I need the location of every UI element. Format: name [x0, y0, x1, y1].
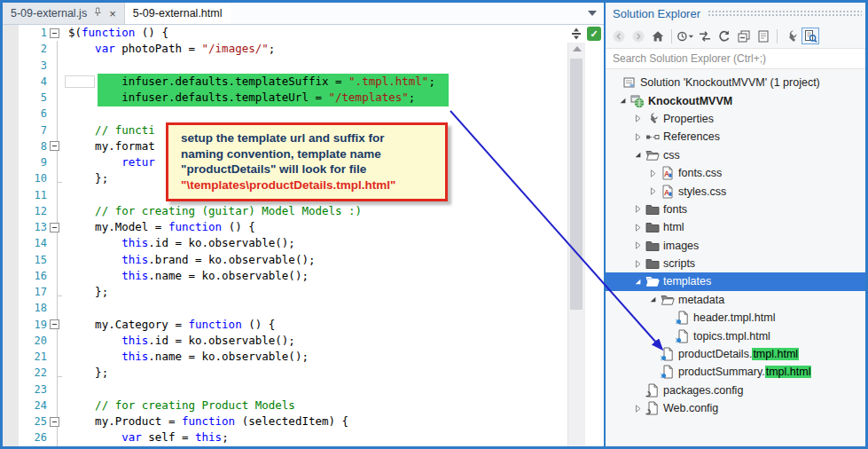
code-text: retur: [63, 154, 155, 170]
expander-collapsed-icon[interactable]: [630, 202, 645, 217]
code-line[interactable]: 16 this.name = ko.observable();: [3, 268, 604, 284]
tree-item-topics-tmpl-html[interactable]: topics.tmpl.html: [606, 327, 865, 344]
tree-item-header-tmpl-html[interactable]: header.tmpl.html: [606, 309, 865, 327]
tab-5-09-external-html[interactable]: 5-09-external.html: [125, 3, 231, 24]
tab-list-dropdown-icon[interactable]: [588, 11, 597, 16]
collapse-region-icon[interactable]: [50, 141, 59, 151]
code-line[interactable]: 26 var self = this;: [3, 429, 604, 445]
tree-item-label: Properties: [663, 113, 714, 125]
code-line[interactable]: 21 this.name = ko.observable();: [3, 349, 604, 365]
tree-item-packages-config[interactable]: packages.config: [606, 382, 865, 399]
tree-item-styles-css[interactable]: Astyles.css: [606, 182, 865, 200]
code-line[interactable]: 5 infuser.defaults.templateUrl = "/templ…: [3, 90, 604, 106]
code-line[interactable]: 22 };: [3, 365, 604, 381]
tree-item-scripts[interactable]: scripts: [606, 255, 865, 272]
expander-collapsed-icon[interactable]: [630, 112, 645, 126]
expander-collapsed-icon[interactable]: [645, 185, 660, 199]
code-line[interactable]: 1$(function () {: [3, 25, 604, 41]
search-input[interactable]: [606, 51, 855, 66]
code-text: [63, 382, 68, 398]
fold-margin: [47, 41, 63, 57]
expander-expanded-icon[interactable]: [630, 274, 645, 288]
code-lines: 1$(function () {2 var photoPath = "/imag…: [3, 25, 604, 446]
fold-margin: [47, 58, 63, 74]
sync-active-document-icon[interactable]: [696, 28, 714, 44]
tree-item-knockoutmvvm[interactable]: KnockoutMVVM: [606, 91, 865, 109]
pending-scope-icon[interactable]: [676, 28, 694, 44]
home-icon[interactable]: [649, 28, 667, 44]
refresh-icon[interactable]: [716, 28, 733, 44]
code-line[interactable]: 3: [3, 58, 604, 74]
expander-collapsed-icon[interactable]: [630, 256, 645, 271]
tree-item-web-config[interactable]: Web.config: [606, 399, 865, 417]
code-line[interactable]: 23: [3, 382, 604, 398]
solution-explorer-title-bar[interactable]: Solution Explorer: [606, 3, 865, 24]
tree-item-fonts[interactable]: fonts: [606, 201, 865, 218]
collapse-region-icon[interactable]: [50, 417, 59, 427]
code-line[interactable]: 18: [3, 300, 604, 316]
code-text: my.format: [63, 138, 155, 154]
code-line[interactable]: 12 // for creating (guitar) Model Models…: [3, 203, 604, 219]
forward-icon[interactable]: [629, 28, 647, 44]
tree-item-fonts-css[interactable]: Afonts.css: [606, 164, 865, 182]
tree-item-metadata[interactable]: metadata: [606, 291, 865, 309]
code-text: $(function () {: [63, 25, 168, 41]
tree-item-templates[interactable]: templates: [606, 272, 865, 290]
collapse-region-icon[interactable]: [50, 28, 59, 38]
expander-collapsed-icon[interactable]: [630, 130, 645, 144]
expander-collapsed-icon[interactable]: [630, 401, 645, 415]
back-icon[interactable]: [610, 28, 628, 44]
code-line[interactable]: 2 var photoPath = "/images/";: [3, 41, 604, 57]
code-line[interactable]: 19 my.Category = function () {: [3, 317, 604, 333]
code-line[interactable]: 15 this.brand = ko.observable();: [3, 252, 604, 268]
properties-pages-icon[interactable]: [755, 28, 772, 44]
code-text: infuser.defaults.templateSuffix = ".tmpl…: [63, 74, 435, 90]
expander-collapsed-icon[interactable]: [630, 239, 645, 253]
code-line[interactable]: 20 this.id = ko.observable();: [3, 333, 604, 349]
code-line[interactable]: 6: [3, 106, 604, 122]
tree-item-css[interactable]: css: [606, 146, 865, 164]
code-editor[interactable]: 1$(function () {2 var photoPath = "/imag…: [3, 25, 604, 446]
collapse-region-icon[interactable]: [50, 319, 59, 329]
expander-expanded-icon[interactable]: [645, 293, 660, 307]
wrench-icon[interactable]: [782, 28, 800, 44]
preview-selected-icon[interactable]: [802, 28, 819, 44]
tree-item-productdetails[interactable]: productDetails.tmpl.html: [606, 345, 865, 363]
pin-icon[interactable]: [92, 6, 104, 20]
code-line[interactable]: 13 my.Model = function () {: [3, 219, 604, 235]
folder-open-icon: [645, 148, 660, 162]
code-line[interactable]: 25 my.Product = function (selectedItem) …: [3, 414, 604, 429]
tab-5-09-external-js[interactable]: 5-09-external.js ×: [3, 3, 125, 24]
line-number: 10: [3, 170, 47, 186]
line-number: 26: [3, 429, 47, 445]
tree-item-properties[interactable]: Properties: [606, 110, 865, 128]
line-number: 17: [3, 284, 47, 300]
line-number: 15: [3, 252, 47, 268]
solution-explorer-panel: Solution Explorer Solution 'KnockoutMVVM…: [606, 3, 865, 446]
code-line[interactable]: 17 };: [3, 284, 604, 300]
tree-item-solution-knockoutmvvm-1-project[interactable]: Solution 'KnockoutMVVM' (1 project): [606, 74, 865, 91]
expander-collapsed-icon[interactable]: [630, 220, 645, 234]
line-number: 16: [3, 268, 47, 284]
callout-text-line: setup the template url and suffix for: [181, 130, 436, 146]
collapse-all-icon[interactable]: [735, 28, 753, 44]
code-line[interactable]: 24 // for creating Product Models: [3, 398, 604, 414]
config-file-icon: [645, 383, 660, 398]
expander-expanded-icon[interactable]: [630, 148, 645, 162]
search-box[interactable]: [606, 48, 865, 69]
close-icon[interactable]: ×: [109, 8, 116, 20]
tree-item-label: fonts.css: [678, 167, 722, 179]
code-line[interactable]: 4 infuser.defaults.templateSuffix = ".tm…: [3, 74, 604, 90]
collapse-region-icon[interactable]: [50, 223, 59, 232]
expander-expanded-icon[interactable]: [615, 94, 629, 108]
code-line[interactable]: 14 this.id = ko.observable();: [3, 235, 604, 251]
tree-item-html[interactable]: html: [606, 218, 865, 236]
expander-slot: [645, 365, 660, 379]
expander-collapsed-icon[interactable]: [645, 166, 660, 180]
tree-item-productsummary[interactable]: productSummary.tmpl.html: [606, 363, 865, 381]
tree-item-references[interactable]: References: [606, 128, 865, 146]
tree-item-label: scripts: [663, 257, 695, 270]
fold-margin: [47, 122, 63, 138]
tree-item-images[interactable]: images: [606, 237, 865, 255]
line-number: 5: [3, 90, 47, 106]
